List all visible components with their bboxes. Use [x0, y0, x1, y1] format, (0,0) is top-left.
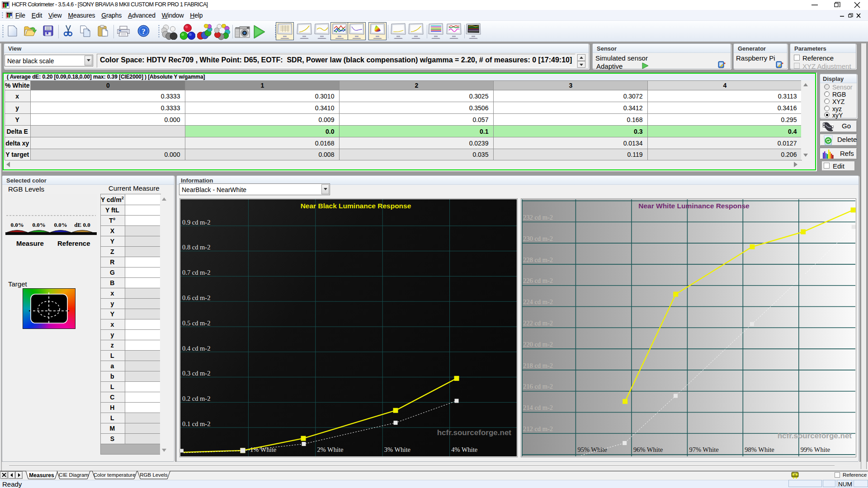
- svg-text:99% White: 99% White: [801, 446, 830, 453]
- svg-text:0.7 cd m-2: 0.7 cd m-2: [182, 269, 210, 276]
- svg-text:214 cd m-2: 214 cd m-2: [523, 404, 553, 411]
- svg-text:220 cd m-2: 220 cd m-2: [523, 341, 553, 348]
- svg-text:0.6 cd m-2: 0.6 cd m-2: [182, 294, 210, 301]
- svg-text:dE 0.0: dE 0.0: [74, 221, 90, 228]
- svg-text:222 cd m-2: 222 cd m-2: [523, 319, 553, 327]
- svg-text:?: ?: [142, 27, 146, 36]
- svg-text:hcfr.sourceforge.net: hcfr.sourceforge.net: [437, 428, 512, 437]
- svg-text:4% White: 4% White: [451, 446, 477, 453]
- svg-text:CIE Diagram: CIE Diagram: [59, 472, 89, 478]
- svg-text:0.5 cd m-2: 0.5 cd m-2: [182, 319, 210, 327]
- svg-text:0.1 cd m-2: 0.1 cd m-2: [182, 420, 210, 427]
- svg-text:0.3 cd m-2: 0.3 cd m-2: [182, 370, 210, 377]
- svg-text:RGB Levels: RGB Levels: [140, 472, 168, 478]
- svg-text:1% White: 1% White: [250, 446, 276, 453]
- svg-text:2% White: 2% White: [317, 446, 343, 453]
- svg-text:212 cd m-2: 212 cd m-2: [523, 425, 553, 432]
- svg-text:Measures: Measures: [29, 472, 54, 479]
- svg-text:hcfr.sourceforge.net: hcfr.sourceforge.net: [778, 432, 852, 440]
- svg-text:232 cd m-2: 232 cd m-2: [523, 214, 553, 221]
- svg-text:0.0%: 0.0%: [32, 221, 45, 228]
- svg-text:0.9 cd m-2: 0.9 cd m-2: [182, 219, 210, 226]
- svg-text:216 cd m-2: 216 cd m-2: [523, 383, 553, 390]
- svg-text:3% White: 3% White: [384, 446, 410, 453]
- svg-text:0.0%: 0.0%: [10, 221, 24, 228]
- svg-text:0.2 cd m-2: 0.2 cd m-2: [182, 395, 210, 402]
- svg-text:96% White: 96% White: [633, 446, 663, 453]
- svg-text:Near Black Luminance Response: Near Black Luminance Response: [301, 202, 411, 210]
- svg-text:97% White: 97% White: [689, 446, 718, 453]
- svg-text:Color temperature: Color temperature: [94, 472, 136, 478]
- svg-text:226 cd m-2: 226 cd m-2: [523, 277, 553, 284]
- svg-text:218 cd m-2: 218 cd m-2: [523, 362, 553, 369]
- svg-text:0.0%: 0.0%: [54, 221, 67, 228]
- svg-text:98% White: 98% White: [745, 446, 774, 453]
- svg-text:230 cd m-2: 230 cd m-2: [523, 235, 553, 242]
- svg-text:228 cd m-2: 228 cd m-2: [523, 256, 553, 263]
- svg-text:Near White Luminance Response: Near White Luminance Response: [638, 202, 750, 210]
- svg-text:0.8 cd m-2: 0.8 cd m-2: [182, 244, 210, 251]
- svg-text:224 cd m-2: 224 cd m-2: [523, 298, 553, 305]
- svg-text:0.4 cd m-2: 0.4 cd m-2: [182, 345, 210, 352]
